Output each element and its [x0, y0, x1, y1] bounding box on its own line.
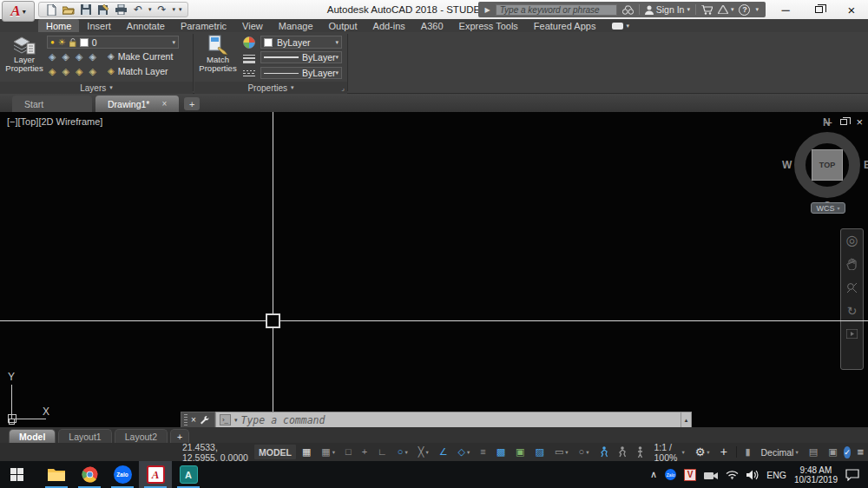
help-button[interactable]: ? — [739, 4, 750, 16]
command-customize-wrench-icon[interactable] — [200, 415, 209, 425]
ribbon-display-toggle-button[interactable]: ▾ — [612, 19, 629, 32]
orbit-icon[interactable]: ↻ — [847, 306, 858, 317]
layer-lock-button[interactable]: ◈ — [89, 51, 95, 62]
showmotion-icon[interactable] — [846, 329, 858, 339]
ribbon-tab-express-tools[interactable]: Express Tools — [451, 19, 526, 32]
lineweight-display-toggle[interactable]: ≡ — [476, 445, 490, 459]
help-caret-icon[interactable]: ▾ — [755, 6, 759, 13]
clock[interactable]: 9:48 AM 10/31/2019 — [794, 465, 838, 485]
units-icon-button[interactable]: ▮ — [740, 445, 754, 459]
layers-panel-title[interactable]: Layers ▾ — [0, 82, 193, 94]
tray-recorder-icon[interactable] — [704, 471, 718, 479]
viewport-menu-control[interactable]: [−] — [7, 116, 18, 127]
annotation-scale-icon-button[interactable] — [632, 445, 648, 459]
ribbon-tab-featured-apps[interactable]: Featured Apps — [526, 19, 604, 32]
search-button[interactable] — [622, 5, 634, 15]
dynamic-input-toggle[interactable]: + — [358, 445, 372, 459]
visual-style-control[interactable]: [2D Wireframe] — [38, 116, 102, 127]
search-input[interactable] — [496, 4, 617, 16]
layout-tab-layout2[interactable]: Layout2 — [115, 429, 168, 443]
gizmo-toggle[interactable]: ▭▾ — [550, 445, 573, 459]
viewcube-east[interactable]: E — [864, 159, 868, 171]
wifi-icon[interactable] — [726, 470, 739, 479]
color-dropdown[interactable]: ByLayer ▾ — [260, 36, 342, 49]
lineweight-dropdown[interactable]: ByLayer ▾ — [260, 51, 342, 63]
pan-hand-icon[interactable] — [846, 258, 858, 270]
ribbon-tab-output[interactable]: Output — [321, 19, 365, 32]
linetype-stack-icon[interactable] — [243, 69, 255, 78]
command-options-caret-icon[interactable]: ▾ — [234, 417, 238, 424]
command-input-field[interactable]: ›_ ▾ Type a command — [215, 412, 681, 427]
drawing-close-icon[interactable]: × — [856, 115, 863, 129]
layer-unisolate-button[interactable]: ◈ — [49, 66, 56, 76]
infer-constraints-toggle[interactable]: □ — [341, 445, 356, 459]
zoom-extents-icon[interactable] — [846, 282, 858, 293]
speaker-icon[interactable] — [746, 470, 759, 480]
close-button[interactable]: × — [835, 0, 868, 19]
ortho-mode-toggle[interactable]: ∟ — [373, 445, 391, 459]
match-properties-button[interactable]: Match Properties — [197, 35, 239, 73]
a360-button[interactable]: ▾ — [718, 5, 734, 14]
taskbar-chrome[interactable] — [73, 461, 106, 488]
redo-button[interactable]: ↷ — [155, 3, 169, 16]
make-current-button[interactable]: ◈ Make Current — [108, 51, 173, 62]
autoscale-toggle[interactable] — [614, 445, 630, 459]
linetype-dropdown[interactable]: ByLayer ▾ — [260, 67, 342, 79]
object-snap-tracking-toggle[interactable]: ∠ — [435, 445, 452, 459]
taskbar-zalo[interactable]: Zalo — [106, 461, 139, 488]
properties-dialog-launcher-icon[interactable]: ⌟ — [341, 84, 345, 92]
ribbon-tab-a360[interactable]: A360 — [413, 19, 451, 32]
sign-in-button[interactable]: Sign In ▾ — [645, 4, 690, 15]
workspace-switching-dropdown[interactable]: ⚙▾ — [691, 445, 714, 459]
grid-display-toggle[interactable]: ▦ — [298, 445, 315, 459]
annotation-visibility-toggle[interactable] — [595, 445, 612, 459]
coordinates-display[interactable]: 21.4533, 12.5955, 0.0000 — [178, 445, 253, 459]
command-drag-grip[interactable] — [184, 414, 187, 425]
tray-chevron-up-icon[interactable]: ∧ — [650, 469, 657, 480]
undo-dropdown-caret-icon[interactable]: ▾ — [148, 6, 152, 13]
viewcube-top-face[interactable]: TOP — [812, 149, 843, 181]
ribbon-tab-view[interactable]: View — [234, 19, 271, 32]
ribbon-tab-manage[interactable]: Manage — [271, 19, 321, 32]
drawing-restore-icon[interactable] — [840, 119, 847, 125]
start-button[interactable] — [0, 461, 33, 488]
minimize-button[interactable]: ─ — [769, 0, 802, 19]
restore-button[interactable] — [802, 0, 835, 19]
object-snap-toggle[interactable]: ◇▾ — [454, 445, 475, 459]
drawing-area[interactable]: [−][Top][2D Wireframe] ─ × N W E S TOP W… — [0, 112, 868, 427]
language-indicator[interactable]: ENG — [766, 470, 786, 480]
polar-tracking-toggle[interactable]: ○▾ — [393, 445, 412, 459]
layer-freeze-button[interactable]: ◈ — [76, 51, 82, 62]
match-layer-button[interactable]: ◈ Match Layer — [108, 66, 168, 76]
view-control[interactable]: [Top] — [18, 116, 39, 127]
layer-off-button[interactable]: ◈ — [49, 51, 56, 62]
viewcube-north[interactable]: N — [823, 116, 831, 129]
ribbon-tab-insert[interactable]: Insert — [79, 19, 119, 32]
annotation-monitor-toggle[interactable]: ○▾ — [575, 445, 594, 459]
taskbar-file-explorer[interactable] — [40, 461, 73, 488]
file-tab-drawing1[interactable]: Drawing1* × — [95, 96, 179, 112]
save-button[interactable] — [79, 3, 93, 16]
units-dropdown[interactable]: Decimal▾ — [757, 445, 803, 459]
navigation-wheel-icon[interactable]: ◎ — [846, 234, 858, 246]
selection-cycling-toggle[interactable]: ▣ — [511, 445, 529, 459]
wcs-dropdown[interactable]: WCS ▾ — [811, 202, 845, 214]
lineweight-stack-icon[interactable] — [243, 53, 255, 65]
properties-panel-title[interactable]: Properties ▾ ⌟ — [194, 82, 347, 94]
viewcube-west[interactable]: W — [782, 159, 792, 171]
snap-mode-toggle[interactable]: ▦▾ — [317, 445, 339, 459]
new-file-button[interactable] — [44, 3, 58, 16]
lock-ui-toggle[interactable]: ▣ — [824, 445, 841, 459]
customization-menu-button[interactable]: ≡ — [852, 445, 868, 459]
layer-unlock-button[interactable]: ◈ — [76, 66, 82, 76]
command-close-icon[interactable]: × — [191, 415, 196, 425]
layout-tab-model[interactable]: Model — [9, 429, 56, 443]
recent-commands-button[interactable]: ▴ — [681, 412, 692, 427]
tray-v-app-icon[interactable]: V — [684, 469, 696, 481]
tray-zalo-icon[interactable]: Zalo — [665, 469, 676, 480]
quick-properties-toggle[interactable]: ▤ — [805, 445, 822, 459]
isometric-drafting-toggle[interactable]: ╳▾ — [414, 445, 433, 459]
close-drawing-tab-icon[interactable]: × — [161, 99, 167, 109]
layer-isolate-button[interactable]: ◈ — [62, 51, 69, 62]
layer-thaw-button[interactable]: ◈ — [62, 66, 69, 76]
